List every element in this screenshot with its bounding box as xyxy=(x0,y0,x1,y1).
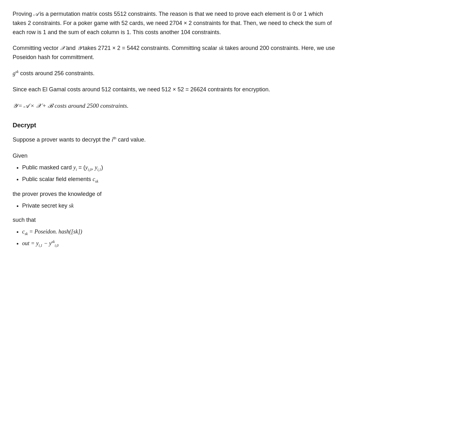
math-yi0-2-sub: i,0 xyxy=(55,243,58,247)
proves-text: the prover proves the knowledge of xyxy=(13,191,101,197)
para5-text: costs around 2500 constraints. xyxy=(53,102,128,109)
proves-label: the prover proves the knowledge of xyxy=(13,190,335,199)
math-Y2: 𝒴 xyxy=(13,102,17,109)
given-item-1: Public masked card yi = (yi,0, yi,1) xyxy=(22,163,335,173)
para1-text-start: Proving xyxy=(13,11,34,17)
proves-item-1: Private secret key sk xyxy=(22,201,335,210)
given1-end: ) xyxy=(101,164,103,171)
proves1-text: Private secret key xyxy=(22,203,69,209)
para2-text1: Committing vector xyxy=(13,45,60,51)
math-g-superscript: sk xyxy=(15,70,19,74)
math-csk: c xyxy=(93,176,95,182)
paragraph-3: gsk costs around 256 constraints. xyxy=(13,69,335,78)
given1-comma: , xyxy=(92,164,95,171)
given-item-2: Public scalar field elements csk xyxy=(22,175,335,185)
section-heading-decrypt: Decrypt xyxy=(13,120,335,130)
math-yi: y xyxy=(73,164,76,171)
para1-text-end: is a permutation matrix costs 5512 const… xyxy=(13,11,332,35)
para4-text: Since each El Gamal costs around 512 con… xyxy=(13,86,270,93)
such-that-item-1: csk = Poseidon. hash([sk]) xyxy=(22,227,335,237)
suppose-text1: Suppose a prover wants to decrypt the xyxy=(13,136,112,143)
such-that-item-2: out = yi,1 − yski,0 xyxy=(22,239,335,249)
math-A: 𝒜 xyxy=(34,11,38,17)
paragraph-4: Since each El Gamal costs around 512 con… xyxy=(13,85,335,94)
math-B2: ℬ xyxy=(48,102,53,109)
paragraph-2: Committing vector 𝒳 and 𝒴 takes 2721 × 2… xyxy=(13,44,335,62)
given2-text1: Public scalar field elements xyxy=(22,176,93,182)
math-th-superscript: th xyxy=(113,136,116,140)
such-that-label: such that xyxy=(13,215,335,225)
math-A2: 𝒜 xyxy=(24,102,29,109)
given-list: Public masked card yi = (yi,0, yi,1) Pub… xyxy=(22,163,335,185)
math-csk2: c xyxy=(22,228,25,235)
math-Y: 𝒴 xyxy=(77,45,81,51)
math-poseidon: Poseidon. hash([sk]) xyxy=(34,228,82,235)
math-yi1-sub: i,1 xyxy=(97,167,101,172)
given1-eq: = ( xyxy=(77,164,85,171)
paragraph-5-math: 𝒴 = 𝒜 × 𝒳 + ℬ costs around 2500 constrai… xyxy=(13,101,335,111)
formula-csk: csk = Poseidon. hash([sk]) xyxy=(22,228,82,235)
math-csk2-sub: sk xyxy=(25,232,28,236)
para3-text: costs around 256 constraints. xyxy=(19,70,95,76)
paragraph-suppose: Suppose a prover wants to decrypt the it… xyxy=(13,135,335,144)
math-yi0: y xyxy=(85,164,88,171)
math-X2: 𝒳 xyxy=(36,102,41,109)
math-out: out xyxy=(22,240,29,246)
formula-out-eq: = xyxy=(29,240,36,246)
given1-text1: Public masked card xyxy=(22,164,73,171)
proves-list: Private secret key sk xyxy=(22,201,335,210)
para5-eq: = xyxy=(17,102,24,109)
math-yi1: y xyxy=(95,164,97,171)
math-yi0-sub: i,0 xyxy=(88,167,92,172)
math-yi1-2-sub: i,1 xyxy=(39,243,42,247)
suppose-text2: card value. xyxy=(116,136,146,143)
such-that-text: such that xyxy=(13,217,36,223)
para2-text2: and xyxy=(64,45,77,51)
math-yi0-2-sup: sk xyxy=(52,240,55,244)
para2-text3: takes 2721 × 2 = 5442 constraints. Commi… xyxy=(81,45,219,51)
formula-out: out = yi,1 − yski,0 xyxy=(22,240,58,246)
para5-times: × xyxy=(29,102,36,109)
formula-csk-eq: = xyxy=(28,228,34,235)
para5-plus: + xyxy=(41,102,48,109)
math-csk-sub: sk xyxy=(95,179,98,183)
such-that-list: csk = Poseidon. hash([sk]) out = yi,1 − … xyxy=(22,227,335,249)
given-text: Given xyxy=(13,153,27,159)
math-yi1-2: y xyxy=(36,240,39,246)
formula-out-minus: − xyxy=(42,240,49,246)
math-g: g xyxy=(13,70,15,76)
math-sk-inline: sk xyxy=(219,45,223,51)
paragraph-1: Proving 𝒜 is a permutation matrix costs … xyxy=(13,9,335,37)
math-X: 𝒳 xyxy=(60,45,64,51)
given-label: Given xyxy=(13,151,335,160)
math-sk-priv: sk xyxy=(69,203,74,209)
